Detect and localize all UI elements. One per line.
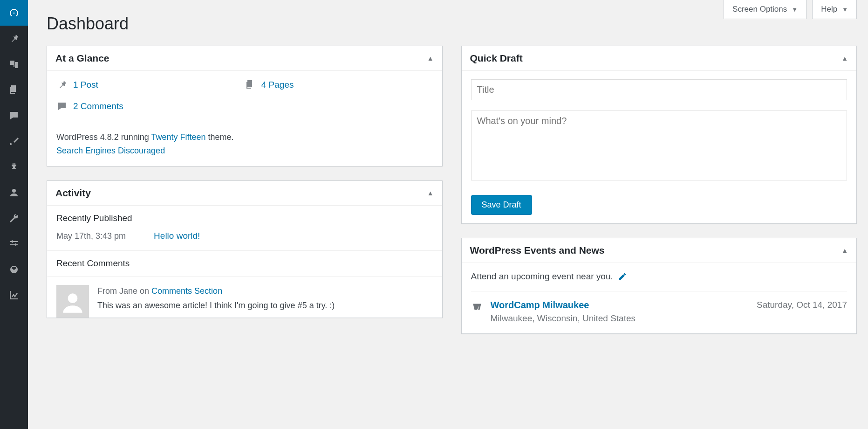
- comment-icon: [8, 110, 20, 121]
- plug-icon: [8, 161, 20, 173]
- sidebar-plugins[interactable]: [0, 154, 28, 180]
- top-controls: Screen Options ▼ Help ▼: [724, 0, 857, 19]
- help-label: Help: [821, 5, 837, 14]
- quick-draft-panel: Quick Draft ▲ Save Draft: [461, 46, 857, 224]
- collapse-toggle[interactable]: ▲: [427, 189, 434, 197]
- event-date: Saturday, Oct 14, 2017: [757, 300, 847, 325]
- chevron-down-icon: ▼: [792, 6, 798, 13]
- sidebar-tools[interactable]: [0, 205, 28, 231]
- search-engines-link[interactable]: Search Engines Discouraged: [56, 146, 165, 155]
- sidebar-settings[interactable]: [0, 231, 28, 256]
- comment-icon: [56, 101, 68, 112]
- on-text: on: [137, 286, 151, 296]
- published-post-link[interactable]: Hello world!: [154, 231, 200, 241]
- sidebar-appearance[interactable]: [0, 128, 28, 154]
- sidebar-comments[interactable]: [0, 103, 28, 128]
- admin-sidebar: [0, 0, 28, 429]
- events-title: WordPress Events and News: [470, 245, 605, 256]
- theme-link[interactable]: Twenty Fifteen: [151, 132, 205, 142]
- recent-comments-heading: Recent Comments: [47, 251, 442, 276]
- comments-link[interactable]: 2 Comments: [73, 101, 123, 111]
- brush-icon: [8, 136, 20, 147]
- pages-link[interactable]: 4 Pages: [261, 80, 294, 90]
- chevron-down-icon: ▼: [842, 6, 848, 13]
- draft-title-input[interactable]: [471, 79, 847, 100]
- wordcamp-icon: [471, 301, 483, 313]
- comment-body: This was an awesome article! I think I'm…: [97, 299, 335, 312]
- activity-title: Activity: [55, 187, 91, 199]
- events-panel: WordPress Events and News ▲ Attend an up…: [461, 238, 857, 334]
- quick-draft-title: Quick Draft: [470, 53, 523, 64]
- recently-published-heading: Recently Published: [47, 206, 442, 231]
- sidebar-pages[interactable]: [0, 77, 28, 103]
- activity-panel: Activity ▲ Recently Published May 17th, …: [47, 180, 443, 318]
- version-prefix: WordPress 4.8.2 running: [56, 132, 151, 142]
- event-location: Milwaukee, Wisconsin, United States: [491, 312, 750, 325]
- collapse-toggle[interactable]: ▲: [841, 247, 848, 254]
- pin-icon: [56, 79, 68, 90]
- posts-link[interactable]: 1 Post: [73, 80, 98, 90]
- gauge-icon: [8, 264, 20, 275]
- avatar: [56, 285, 89, 318]
- sidebar-analytics[interactable]: [0, 282, 28, 308]
- pages-icon: [8, 84, 20, 96]
- sidebar-users[interactable]: [0, 180, 28, 205]
- edit-icon[interactable]: [618, 272, 627, 281]
- main-content: Screen Options ▼ Help ▼ Dashboard At a G…: [28, 0, 868, 429]
- sidebar-dashboard[interactable]: [0, 0, 28, 26]
- draft-content-textarea[interactable]: [471, 111, 847, 180]
- event-link[interactable]: WordCamp Milwaukee: [491, 300, 589, 310]
- sidebar-performance[interactable]: [0, 256, 28, 282]
- at-a-glance-title: At a Glance: [55, 53, 109, 64]
- sidebar-posts[interactable]: [0, 26, 28, 51]
- wrench-icon: [8, 213, 20, 224]
- media-icon: [8, 59, 20, 70]
- events-intro-text: Attend an upcoming event near you.: [471, 271, 613, 282]
- pages-icon: [245, 79, 256, 90]
- comment-author: Jane: [119, 286, 137, 296]
- user-icon: [8, 187, 20, 198]
- published-date: May 17th, 3:43 pm: [56, 231, 126, 241]
- from-prefix: From: [97, 286, 119, 296]
- dashboard-icon: [8, 7, 20, 19]
- sliders-icon: [8, 238, 20, 249]
- chart-icon: [8, 290, 20, 301]
- person-icon: [58, 289, 87, 318]
- pin-icon: [8, 33, 20, 44]
- sidebar-media[interactable]: [0, 51, 28, 77]
- screen-options-button[interactable]: Screen Options ▼: [724, 0, 806, 19]
- version-suffix: theme.: [206, 132, 234, 142]
- save-draft-button[interactable]: Save Draft: [471, 195, 532, 215]
- collapse-toggle[interactable]: ▲: [841, 55, 848, 62]
- screen-options-label: Screen Options: [732, 5, 787, 14]
- collapse-toggle[interactable]: ▲: [427, 55, 434, 62]
- at-a-glance-panel: At a Glance ▲ 1 Post 4 Pages: [47, 46, 443, 166]
- comment-post-link[interactable]: Comments Section: [151, 286, 222, 296]
- help-button[interactable]: Help ▼: [812, 0, 857, 19]
